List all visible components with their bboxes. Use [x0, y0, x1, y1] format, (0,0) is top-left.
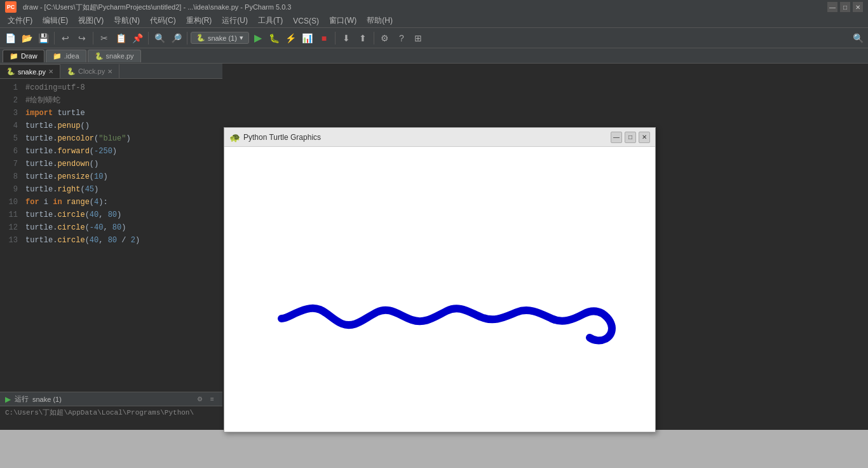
turtle-title-bar: 🐢 Python Turtle Graphics — □ ✕ [224, 128, 655, 147]
code-line-1: #coding=utf-8 [23, 81, 222, 94]
code-line-6: turtle.forward(-250) [23, 145, 222, 158]
turtle-window[interactable]: 🐢 Python Turtle Graphics — □ ✕ [224, 127, 656, 432]
snake-file-label: snake.py [18, 68, 46, 76]
save-button[interactable]: 💾 [36, 31, 51, 46]
settings-button[interactable]: ⚙ [377, 31, 393, 46]
menu-vcs[interactable]: VCS(S) [288, 15, 324, 27]
bottom-panel: ▶ 运行 snake (1) ⚙ ≡ C:\Users\丁如超\AppData\… [0, 392, 222, 430]
nav-tab-idea[interactable]: 📁 .idea [46, 50, 86, 62]
menu-view[interactable]: 视图(V) [73, 14, 109, 27]
profile-button[interactable]: 📊 [300, 31, 315, 46]
debug-icon: 🐛 [269, 33, 280, 43]
run-stop-button[interactable]: ⚙ [194, 394, 205, 404]
folder-icon: 📁 [10, 52, 18, 60]
code-line-7: turtle.pendown() [23, 158, 222, 170]
toolbar-separator-3 [148, 32, 149, 45]
menu-tools[interactable]: 工具(T) [253, 14, 288, 27]
toolbar-separator-5 [335, 32, 336, 45]
menu-navigate[interactable]: 导航(N) [109, 14, 145, 27]
code-line-10: for i in range(4): [23, 196, 222, 209]
menu-refactor[interactable]: 重构(R) [181, 14, 217, 27]
replace-button[interactable]: 🔎 [168, 31, 184, 46]
line-numbers: 12345 678910 111213 [0, 79, 23, 430]
nav-tab-draw-label: Draw [21, 52, 37, 60]
project-nav-tabs: 📁 Draw 📁 .idea 🐍 snake.py [0, 48, 868, 64]
snake-file-close[interactable]: ✕ [48, 68, 53, 75]
code-line-13: turtle.circle(40, 80 / 2) [23, 234, 222, 247]
run-settings-button[interactable]: ≡ [207, 394, 217, 404]
code-line-8: turtle.pensize(10) [23, 170, 222, 183]
menu-help[interactable]: 帮助(H) [362, 14, 398, 27]
play-icon: ▶ [254, 32, 262, 44]
code-line-11: turtle.circle(40, 80) [23, 209, 222, 221]
menu-run[interactable]: 运行(U) [217, 14, 253, 27]
clock-file-close[interactable]: ✕ [107, 68, 112, 75]
run-play-button[interactable]: ▶ [250, 31, 266, 46]
maximize-button[interactable]: □ [840, 2, 850, 12]
run-config-dropdown-icon: ▾ [240, 34, 243, 42]
main-content: 🐍 snake.py ✕ 🐍 Clock.py ✕ 12345 678910 1… [0, 64, 868, 430]
nav-tab-draw[interactable]: 📁 Draw [3, 50, 44, 62]
file-tab-snake[interactable]: 🐍 snake.py ✕ [0, 64, 60, 78]
cut-button[interactable]: ✂ [97, 31, 112, 46]
menu-file[interactable]: 文件(F) [3, 14, 37, 27]
clock-file-icon: 🐍 [67, 67, 76, 76]
snake-file-icon: 🐍 [6, 67, 15, 76]
turtle-window-controls: — □ ✕ [611, 132, 650, 143]
code-line-12: turtle.circle(-40, 80) [23, 221, 222, 234]
code-content[interactable]: #coding=utf-8 #绘制蟒蛇 import turtle turtle… [23, 79, 222, 430]
code-line-2: #绘制蟒蛇 [23, 94, 222, 107]
code-line-3: import turtle [23, 107, 222, 120]
turtle-close-button[interactable]: ✕ [639, 132, 650, 143]
help-button[interactable]: ? [394, 31, 409, 46]
stop-button[interactable]: ■ [316, 31, 332, 46]
nav-tab-snake[interactable]: 🐍 snake.py [88, 50, 141, 62]
run-status-label: 运行 [15, 394, 29, 404]
toolbar-separator-4 [187, 32, 187, 45]
turtle-snake-drawing [224, 147, 655, 432]
turtle-icon: 🐢 [229, 132, 240, 142]
toolbar-separator-1 [54, 32, 55, 45]
toolbar: 📄 📂 💾 ↩ ↪ ✂ 📋 📌 🔍 🔎 🐍 snake (1) ▾ ▶ 🐛 ⚡ … [0, 28, 868, 48]
copy-button[interactable]: 📋 [113, 31, 128, 46]
run-config-icon: 🐍 [196, 34, 205, 42]
nav-tab-snake-label: snake.py [106, 52, 134, 60]
turtle-maximize-button[interactable]: □ [625, 132, 636, 143]
menu-code[interactable]: 代码(C) [145, 14, 181, 27]
turtle-window-title: Python Turtle Graphics [243, 133, 321, 142]
python-file-icon: 🐍 [95, 52, 104, 60]
minimize-button[interactable]: — [827, 2, 837, 12]
run-config-label: snake (1) [208, 34, 237, 42]
coverage-button[interactable]: ⚡ [283, 31, 299, 46]
code-line-4: turtle.penup() [23, 120, 222, 132]
vcs-update-button[interactable]: ⬇ [339, 31, 354, 46]
menu-bar: 文件(F) 编辑(E) 视图(V) 导航(N) 代码(C) 重构(R) 运行(U… [0, 14, 868, 28]
close-button[interactable]: ✕ [853, 2, 863, 12]
file-tab-clock[interactable]: 🐍 Clock.py ✕ [60, 64, 119, 78]
console-output: C:\Users\丁如超\AppData\Local\Programs\Pyth… [0, 406, 222, 418]
code-line-9: turtle.right(45) [23, 183, 222, 196]
find-button[interactable]: 🔍 [152, 31, 167, 46]
toolbar-separator-6 [374, 32, 374, 45]
console-path: C:\Users\丁如超\AppData\Local\Programs\Pyth… [5, 409, 194, 416]
open-button[interactable]: 📂 [19, 31, 34, 46]
code-line-5: turtle.pencolor("blue") [23, 132, 222, 145]
title-bar: PC draw - [C:\Users\丁如超\PycharmProjects\… [0, 0, 868, 14]
editor-area: 🐍 snake.py ✕ 🐍 Clock.py ✕ 12345 678910 1… [0, 64, 222, 430]
vcs-commit-button[interactable]: ⬆ [355, 31, 370, 46]
search-everywhere-button[interactable]: 🔍 [850, 31, 865, 46]
debug-button[interactable]: 🐛 [267, 31, 282, 46]
undo-button[interactable]: ↩ [58, 31, 73, 46]
file-tabs: 🐍 snake.py ✕ 🐍 Clock.py ✕ [0, 64, 222, 79]
code-editor: 12345 678910 111213 #coding=utf-8 #绘制蟒蛇 … [0, 79, 222, 430]
paste-button[interactable]: 📌 [130, 31, 145, 46]
redo-button[interactable]: ↪ [74, 31, 90, 46]
menu-edit[interactable]: 编辑(E) [37, 14, 73, 27]
turtle-minimize-button[interactable]: — [611, 132, 622, 143]
app-logo: PC [5, 1, 17, 13]
folder-icon-2: 📁 [53, 52, 62, 60]
run-config-selector[interactable]: 🐍 snake (1) ▾ [191, 32, 249, 44]
new-file-button[interactable]: 📄 [3, 31, 18, 46]
terminal-button[interactable]: ⊞ [410, 31, 426, 46]
menu-window[interactable]: 窗口(W) [324, 14, 362, 27]
